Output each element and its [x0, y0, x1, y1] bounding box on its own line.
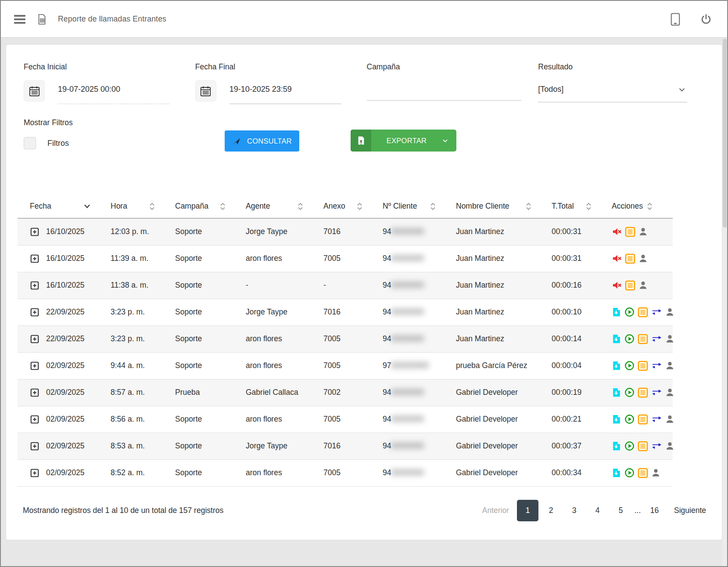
column-header-8[interactable]: T.Total: [552, 195, 612, 218]
cell-ttotal: 00:00:14: [552, 325, 612, 352]
exportar-button[interactable]: x EXPORTAR: [351, 130, 456, 152]
download-recording-icon[interactable]: [612, 361, 621, 371]
contact-icon[interactable]: [665, 441, 674, 451]
expand-row-icon[interactable]: [30, 334, 39, 344]
page-button-1[interactable]: 1: [517, 500, 538, 521]
sort-icon[interactable]: [220, 202, 226, 211]
download-recording-icon[interactable]: [612, 387, 621, 397]
call-notes-icon[interactable]: [638, 441, 648, 451]
call-notes-icon[interactable]: [625, 280, 635, 291]
sort-icon[interactable]: [357, 202, 362, 211]
cell-fecha: 16/10/2025: [46, 254, 85, 263]
play-recording-icon[interactable]: [624, 387, 635, 397]
transfer-call-icon[interactable]: [651, 361, 662, 370]
column-header-4[interactable]: Agente: [246, 195, 323, 218]
sort-icon[interactable]: [298, 202, 303, 211]
download-recording-icon[interactable]: [612, 334, 621, 344]
column-header-6[interactable]: Nº Cliente: [383, 195, 456, 218]
fecha-inicial-input[interactable]: 19-07-2025 00:00: [58, 80, 170, 104]
call-notes-icon[interactable]: [625, 253, 635, 264]
call-notes-icon[interactable]: [638, 387, 648, 398]
pagination-previous[interactable]: Anterior: [478, 500, 515, 521]
page-button-4[interactable]: 4: [587, 500, 608, 521]
contact-icon[interactable]: [665, 388, 674, 397]
resultado-select[interactable]: [Todos]: [538, 80, 687, 102]
mute-icon[interactable]: [612, 280, 622, 290]
contact-icon[interactable]: [638, 281, 648, 290]
download-recording-icon[interactable]: [612, 414, 621, 424]
column-header-7[interactable]: Nombre Cliente: [456, 195, 552, 218]
cell-numero-cliente: 940000000: [383, 459, 456, 486]
contact-icon[interactable]: [665, 415, 674, 424]
expand-row-icon[interactable]: [30, 468, 39, 478]
page-ellipsis: ...: [633, 500, 642, 521]
power-icon[interactable]: [700, 13, 712, 25]
column-header-2[interactable]: Hora: [111, 195, 175, 218]
call-notes-icon[interactable]: [625, 227, 635, 237]
sort-icon[interactable]: [149, 202, 155, 211]
page-button-16[interactable]: 16: [644, 500, 665, 521]
contact-icon[interactable]: [665, 361, 674, 370]
mute-icon[interactable]: [612, 227, 622, 237]
filtros-checkbox[interactable]: [24, 137, 36, 149]
mute-icon[interactable]: [612, 253, 622, 264]
transfer-call-icon[interactable]: [651, 415, 662, 424]
play-recording-icon[interactable]: [624, 307, 635, 317]
expand-row-icon[interactable]: [30, 415, 39, 424]
sort-icon[interactable]: [647, 202, 653, 211]
expand-row-icon[interactable]: [30, 281, 39, 290]
download-recording-icon[interactable]: [612, 441, 621, 451]
download-recording-icon[interactable]: [612, 468, 621, 478]
calendar-icon[interactable]: [195, 80, 216, 101]
cell-campana: Soporte: [175, 433, 246, 459]
play-recording-icon[interactable]: [624, 334, 635, 344]
column-header-3[interactable]: Campaña: [175, 195, 246, 218]
transfer-call-icon[interactable]: [651, 334, 662, 343]
contact-icon[interactable]: [638, 227, 648, 236]
play-recording-icon[interactable]: [624, 361, 635, 371]
call-notes-icon[interactable]: [638, 307, 648, 318]
call-notes-icon[interactable]: [638, 414, 648, 425]
page-button-2[interactable]: 2: [540, 500, 562, 521]
mobile-icon[interactable]: [670, 13, 681, 26]
column-header-9[interactable]: Acciones: [612, 195, 673, 218]
column-header-1[interactable]: Fecha: [18, 195, 111, 218]
expand-row-icon[interactable]: [30, 307, 39, 317]
play-recording-icon[interactable]: [624, 414, 635, 424]
sort-icon[interactable]: [430, 202, 436, 211]
pagination-next[interactable]: Siguiente: [667, 500, 710, 521]
contact-icon[interactable]: [638, 254, 648, 263]
scrollbar-thumb[interactable]: [723, 39, 727, 228]
call-notes-icon[interactable]: [638, 361, 648, 371]
page-button-3[interactable]: 3: [563, 500, 585, 521]
download-recording-icon[interactable]: [612, 307, 621, 317]
sort-icon[interactable]: [586, 202, 592, 211]
call-notes-icon[interactable]: [638, 468, 648, 478]
transfer-call-icon[interactable]: [651, 388, 662, 397]
contact-icon[interactable]: [665, 307, 674, 317]
contact-icon[interactable]: [651, 468, 660, 477]
filter-resultado: Resultado [Todos]: [538, 62, 704, 104]
play-recording-icon[interactable]: [624, 468, 635, 478]
campana-input[interactable]: [367, 80, 521, 101]
fecha-final-input[interactable]: 19-10-2025 23:59: [230, 80, 341, 104]
column-header-5[interactable]: Anexo: [323, 195, 383, 218]
consultar-button[interactable]: CONSULTAR: [225, 130, 299, 152]
page-button-5[interactable]: 5: [610, 500, 631, 521]
expand-row-icon[interactable]: [30, 388, 39, 397]
expand-row-icon[interactable]: [30, 361, 39, 371]
expand-row-icon[interactable]: [30, 254, 39, 264]
expand-row-icon[interactable]: [30, 441, 39, 451]
menu-icon[interactable]: [14, 15, 25, 24]
play-recording-icon[interactable]: [624, 441, 635, 451]
expand-row-icon[interactable]: [30, 227, 39, 237]
sort-icon[interactable]: [84, 204, 90, 209]
transfer-call-icon[interactable]: [651, 441, 662, 451]
scrollbar[interactable]: [722, 38, 727, 567]
calendar-icon[interactable]: [24, 80, 45, 101]
cell-fecha: 02/09/2025: [46, 441, 85, 451]
contact-icon[interactable]: [665, 334, 674, 343]
call-notes-icon[interactable]: [638, 334, 648, 344]
sort-icon[interactable]: [526, 202, 531, 211]
transfer-call-icon[interactable]: [651, 307, 662, 317]
